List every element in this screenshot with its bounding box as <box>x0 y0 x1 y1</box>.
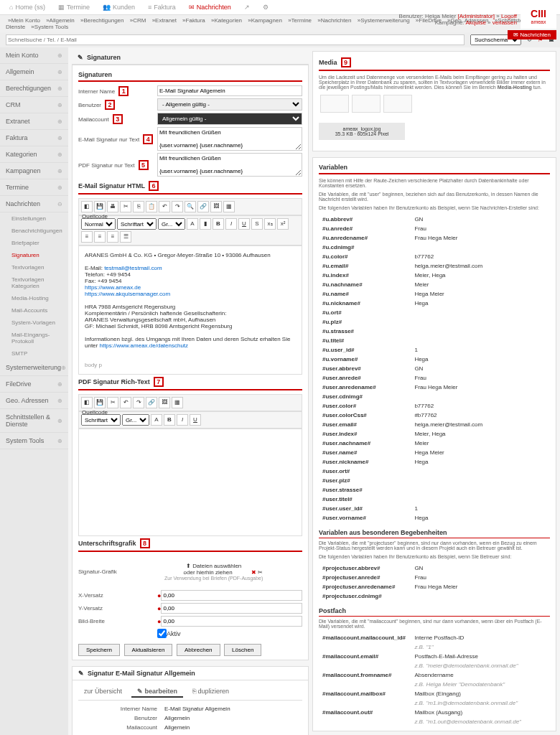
sidebar-item-filedrive[interactable]: FileDrive⊕ <box>0 376 68 393</box>
rte-bgcolor-icon[interactable]: ▮ <box>200 218 211 230</box>
rte-print-icon[interactable]: 🖶 <box>107 201 118 212</box>
delete-button[interactable]: Löschen <box>224 644 261 656</box>
rte-save-icon[interactable]: 💾 <box>94 201 106 212</box>
rte-redo-icon-2[interactable]: ↷ <box>133 397 144 408</box>
rte-italic-icon[interactable]: I <box>225 218 237 230</box>
rte-sup-icon[interactable]: x² <box>277 218 289 230</box>
input-x[interactable] <box>161 590 302 601</box>
input-breite[interactable] <box>161 616 302 627</box>
bc-1[interactable]: »Allgemein <box>46 17 75 24</box>
rte-list-icon[interactable]: ☰ <box>120 231 131 243</box>
rte-redo-icon[interactable]: ↷ <box>172 201 183 212</box>
sidebar-item-faktura[interactable]: Faktura⊕ <box>0 130 68 146</box>
sidebar-sub-mailaccounts[interactable]: Mail-Accounts <box>0 304 68 317</box>
textarea-pdftext[interactable]: Mit freundlichen Grüßen {user.vorname} {… <box>157 153 302 177</box>
detail-tab-edit[interactable]: ✎ bearbeiten <box>131 686 183 698</box>
media-file[interactable]: ameax_logox.jpg 35.3 KB · 605x124 Pixel <box>319 123 405 140</box>
upload-area[interactable]: ⬆ Dateien auswählen oder hierhin ziehen … <box>157 556 270 588</box>
sidebar-sub-smtp[interactable]: SMTP <box>0 347 68 360</box>
bc-7[interactable]: »Kampagnen <box>248 17 282 24</box>
nachrichten-button[interactable]: ✉ Nachrichten <box>508 30 556 39</box>
media-thumb[interactable] <box>383 95 412 113</box>
sidebar-item-meinkonto[interactable]: Mein Konto⊕ <box>0 47 68 64</box>
media-thumb[interactable] <box>352 95 381 113</box>
bc-0[interactable]: »Mein Konto <box>8 17 40 24</box>
sidebar-item-allgemein[interactable]: Allgemein⊕ <box>0 64 68 80</box>
sidebar-item-nachrichten[interactable]: Nachrichten⊖ <box>0 196 68 212</box>
rte-center-icon[interactable]: ≡ <box>94 231 106 243</box>
rte-font-select[interactable]: Schriftart <box>117 218 157 230</box>
save-button[interactable]: Speichern <box>78 644 120 656</box>
tab-kunden[interactable]: 👥Kunden <box>97 1 141 13</box>
rte-table-icon[interactable]: ▦ <box>223 201 235 212</box>
rte-rtf-content[interactable] <box>78 429 302 536</box>
input-intname[interactable] <box>157 85 302 96</box>
rte-undo-icon-2[interactable]: ↶ <box>120 397 131 408</box>
cancel-button[interactable]: Abbrechen <box>177 644 220 656</box>
rte-font-select-2[interactable]: Schriftart <box>81 414 121 426</box>
rte-size-select[interactable]: Gr... <box>158 218 185 230</box>
checkbox-aktiv[interactable] <box>157 629 167 638</box>
sidebar-sub-signaturen[interactable]: Signaturen <box>0 249 68 261</box>
quicksearch-input[interactable] <box>6 34 465 45</box>
tab-home[interactable]: ⌂Home (ss) <box>4 1 51 13</box>
bc-6[interactable]: »Kategorien <box>211 17 242 24</box>
rte-bold-icon-2[interactable]: B <box>164 414 175 426</box>
bc-4[interactable]: »Extranet <box>152 17 177 24</box>
rte-paste-icon[interactable]: 📋 <box>146 201 157 212</box>
tab-nachrichten[interactable]: ✉Nachrichten <box>183 1 237 13</box>
sidebar-sub-benachrichtigungen[interactable]: Benachrichtigungen <box>0 225 68 237</box>
bc-2[interactable]: »Berechtigungen <box>80 17 124 24</box>
update-button[interactable]: Aktualisieren <box>124 644 173 656</box>
rte-cut-icon-2[interactable]: ✂ <box>107 397 118 408</box>
rte-cut-icon[interactable]: ✂ <box>120 201 131 212</box>
sidebar-sub-einstellungen[interactable]: Einstellungen <box>0 212 68 225</box>
select-mailaccount[interactable]: Allgemein gültig - <box>157 113 302 125</box>
rte-table-icon-2[interactable]: ▦ <box>172 397 183 408</box>
tab-termine[interactable]: ▦Termine <box>52 1 95 13</box>
rte-strike-icon[interactable]: S <box>251 218 263 230</box>
detail-tab-duplicate[interactable]: ⎘ duplizieren <box>187 686 235 698</box>
sidebar-item-extranet[interactable]: Extranet⊕ <box>0 113 68 130</box>
rte-source-btn[interactable]: ◧ Quellcode <box>81 201 93 212</box>
rte-html-content[interactable]: ARANES GmbH & Co. KG • Gregor-Meyer-Stra… <box>78 245 302 375</box>
sidebar-item-termine[interactable]: Termine⊕ <box>0 179 68 196</box>
rte-left-icon[interactable]: ≡ <box>81 231 93 243</box>
rte-link-icon-2[interactable]: 🔗 <box>146 397 157 408</box>
textarea-textonly[interactable]: Mit freundlichen Grüßen {user.vorname} {… <box>157 127 302 151</box>
sidebar-sub-protokoll[interactable]: Mail-Eingangs-Protokoll <box>0 329 68 347</box>
rte-italic-icon-2[interactable]: I <box>177 414 188 426</box>
input-y[interactable] <box>161 603 302 614</box>
rte-copy-icon[interactable]: ⎘ <box>133 201 144 212</box>
bc-5[interactable]: »Faktura <box>182 17 205 24</box>
bc-8[interactable]: »Termine <box>288 17 312 24</box>
bc-14[interactable]: »System Tools <box>31 24 68 30</box>
rte-color-icon-2[interactable]: A <box>151 414 162 426</box>
rte-image-icon[interactable]: 🖼 <box>210 201 222 212</box>
crop-icon[interactable]: ✂ <box>258 569 263 576</box>
rte-size-select-2[interactable]: Gr... <box>122 414 149 426</box>
media-thumb[interactable] <box>320 95 349 113</box>
tab-extra1[interactable]: ↗ <box>238 1 256 13</box>
sidebar-item-crm[interactable]: CRM⊕ <box>0 97 68 113</box>
sidebar-item-schnittstellen[interactable]: Schnittstellen & Dienste⊕ <box>0 409 68 433</box>
sidebar-item-berechtigungen[interactable]: Berechtigungen⊕ <box>0 80 68 97</box>
tab-faktura[interactable]: ≡Faktura <box>142 1 182 13</box>
sidebar-sub-briefpapier[interactable]: Briefpapier <box>0 237 68 249</box>
campaign-leave[interactable]: verlassen <box>493 19 517 26</box>
delete-icon[interactable]: ✖ <box>251 569 256 576</box>
sidebar-item-kategorien[interactable]: Kategorien⊕ <box>0 146 68 163</box>
rte-undo-icon[interactable]: ↶ <box>159 201 170 212</box>
sidebar-sub-textvorlagen[interactable]: Textvorlagen <box>0 261 68 273</box>
sidebar-item-systemtools[interactable]: System Tools⊕ <box>0 433 68 449</box>
sidebar-item-geo[interactable]: Geo. Adressen⊕ <box>0 393 68 409</box>
rte-save-icon-2[interactable]: 💾 <box>94 397 106 408</box>
tab-extra2[interactable]: ⚙ <box>257 1 274 13</box>
rte-find-icon[interactable]: 🔍 <box>185 201 196 212</box>
rte-bold-icon[interactable]: B <box>213 218 224 230</box>
rte-underline-icon[interactable]: U <box>238 218 250 230</box>
sidebar-item-systemerweiterung[interactable]: Systemerweiterung⊕ <box>0 360 68 376</box>
sidebar-item-kampagnen[interactable]: Kampagnen⊕ <box>0 163 68 179</box>
select-benutzer[interactable]: - Allgemein gültig - <box>157 98 302 111</box>
sidebar-sub-textvorlagen-kat[interactable]: Textvorlagen Kategorien <box>0 273 68 292</box>
